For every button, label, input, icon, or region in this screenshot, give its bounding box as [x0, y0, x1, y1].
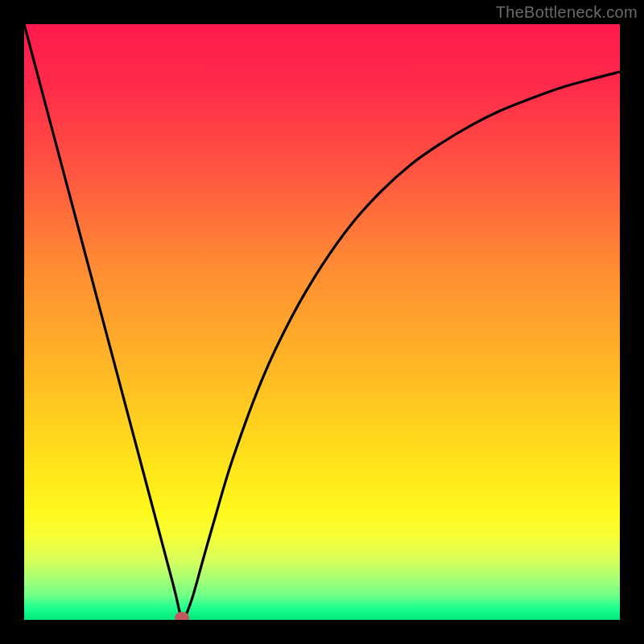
chart-frame: TheBottleneck.com — [0, 0, 644, 644]
plot-area — [24, 24, 620, 620]
bottleneck-curve — [24, 24, 620, 620]
minimum-marker — [175, 612, 189, 620]
watermark-text: TheBottleneck.com — [496, 3, 638, 22]
